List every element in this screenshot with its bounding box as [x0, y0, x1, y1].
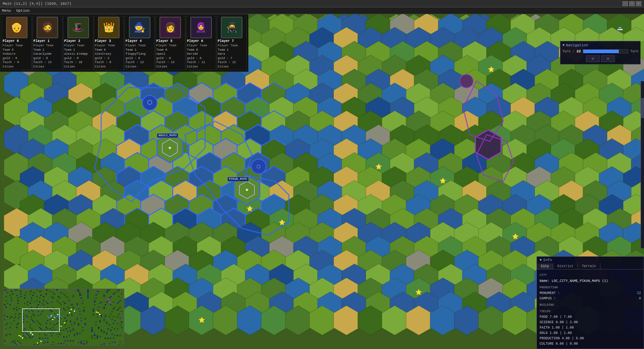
svg-rect-3978 — [109, 335, 110, 336]
svg-rect-3019 — [30, 321, 31, 323]
maximize-button[interactable]: □ — [629, 1, 635, 6]
svg-rect-2527 — [94, 313, 95, 315]
svg-rect-4245 — [105, 339, 106, 340]
svg-rect-1214 — [23, 295, 24, 296]
svg-rect-4216 — [66, 339, 67, 340]
svg-rect-2937 — [40, 320, 42, 321]
svg-rect-3016 — [26, 321, 27, 323]
svg-rect-2629 — [110, 315, 111, 316]
svg-rect-4107 — [40, 338, 42, 339]
player-card-3[interactable]: 👑 Player 3 Player Team Team 0 AlexCrazy … — [94, 16, 124, 70]
player-card-7[interactable]: 🥷 Player 7 Player Team Team 1 Gara gold … — [217, 16, 247, 70]
svg-rect-3605 — [91, 330, 93, 331]
svg-rect-3255 — [105, 324, 106, 326]
menu-item-menu[interactable]: Menu — [2, 9, 11, 13]
svg-rect-2444 — [103, 312, 105, 313]
player-faith-1: faith : 13 — [34, 60, 62, 65]
scroll-indicator[interactable] — [641, 81, 644, 248]
svg-rect-1416 — [52, 297, 54, 299]
menu-item-option[interactable]: Option — [16, 9, 30, 13]
svg-rect-2343 — [89, 311, 90, 312]
tab-city[interactable]: City — [537, 263, 553, 269]
svg-rect-2287 — [13, 311, 15, 312]
svg-rect-4509 — [97, 343, 98, 344]
svg-rect-1270 — [98, 295, 99, 296]
svg-rect-1372 — [114, 296, 116, 297]
info-collapse-icon[interactable]: ▼ — [540, 258, 542, 262]
svg-rect-1266 — [93, 295, 94, 296]
svg-rect-2708 — [95, 316, 97, 317]
player-card-5[interactable]: 👩 Player 5 Player Team Team 0 Apeul gold… — [155, 16, 186, 70]
svg-rect-4112 — [47, 338, 48, 339]
svg-rect-1928 — [15, 305, 16, 307]
svg-rect-1339 — [70, 296, 71, 297]
svg-rect-2251 — [86, 309, 87, 311]
svg-rect-3338 — [95, 326, 97, 327]
svg-rect-4409 — [83, 342, 85, 343]
svg-rect-1590 — [44, 300, 46, 301]
svg-rect-3458 — [15, 328, 16, 330]
svg-rect-3847 — [54, 334, 55, 335]
svg-rect-4440 — [4, 343, 5, 344]
svg-rect-1858 — [42, 304, 43, 305]
svg-rect-3985 — [118, 335, 120, 336]
player-card-4[interactable]: 🧙 Player 4 Player Team Team 1 floppyflon… — [125, 16, 155, 70]
player-card-1[interactable]: 🧔 Player 1 Player Team Team 1 Cataclysme… — [33, 16, 63, 70]
svg-point-4814 — [32, 334, 33, 335]
svg-rect-2037 — [40, 307, 42, 308]
svg-rect-1832 — [7, 304, 8, 305]
svg-rect-1507 — [54, 299, 55, 300]
svg-rect-1846 — [26, 304, 27, 305]
svg-rect-1577 — [27, 300, 28, 301]
svg-rect-4011 — [32, 336, 34, 338]
svg-rect-1986 — [93, 305, 94, 307]
svg-rect-3876 — [93, 334, 94, 335]
svg-rect-4098 — [28, 338, 30, 339]
svg-rect-940 — [17, 291, 19, 292]
svg-rect-2617 — [94, 315, 95, 316]
nav-collapse-icon[interactable]: ▼ — [562, 43, 565, 47]
svg-rect-2907 — [121, 319, 122, 320]
svg-rect-3872 — [87, 334, 89, 335]
svg-rect-3456 — [12, 328, 13, 330]
tab-terrain[interactable]: Terrain — [578, 263, 600, 269]
svg-rect-3721 — [5, 332, 7, 334]
player-card-2[interactable]: 🎩 Player 2 Player Team Team 1 alexis.kre… — [63, 16, 93, 70]
info-culture-row: CULTURE 0.00 | 0.00 — [540, 341, 641, 347]
svg-rect-3003 — [8, 321, 9, 323]
svg-rect-4063 — [102, 336, 103, 338]
svg-rect-1086 — [93, 292, 94, 293]
svg-rect-4048 — [82, 336, 83, 338]
nav-prev-button[interactable]: < — [586, 55, 600, 62]
tab-district[interactable]: District — [553, 263, 578, 269]
svg-rect-1274 — [103, 295, 105, 296]
svg-rect-2226 — [52, 309, 54, 311]
svg-rect-3887 — [107, 334, 109, 335]
svg-rect-2792 — [87, 317, 89, 319]
svg-rect-2201 — [19, 309, 20, 311]
nav-next-button[interactable]: > — [601, 55, 615, 62]
svg-rect-1621 — [86, 300, 87, 301]
svg-rect-3694 — [90, 331, 91, 332]
svg-rect-3915 — [24, 335, 26, 336]
svg-rect-2168 — [95, 308, 97, 309]
svg-rect-1284 — [117, 295, 118, 296]
svg-rect-4401 — [73, 342, 74, 343]
minimap[interactable] — [3, 289, 124, 346]
svg-rect-932 — [7, 291, 8, 292]
svg-rect-4070 — [111, 336, 113, 338]
svg-rect-2194 — [9, 309, 11, 311]
svg-rect-4187 — [27, 339, 28, 340]
player-card-0[interactable]: 👴 Player 0 Player Team Team 0 Vodairo go… — [2, 16, 32, 70]
svg-rect-3705 — [105, 331, 106, 332]
svg-rect-1342 — [74, 296, 75, 297]
svg-rect-2914 — [9, 320, 11, 321]
svg-rect-3048 — [68, 321, 70, 323]
close-button[interactable]: ✕ — [636, 1, 641, 6]
minimize-button[interactable]: ─ — [623, 1, 628, 6]
svg-rect-1153 — [62, 293, 63, 295]
svg-rect-1785 — [64, 303, 66, 304]
nav-turn-slider[interactable] — [583, 49, 628, 53]
player-card-6[interactable]: 🧕 Player 6 Player Team Team 0 Keride gol… — [186, 16, 216, 70]
svg-rect-3377 — [27, 327, 28, 328]
